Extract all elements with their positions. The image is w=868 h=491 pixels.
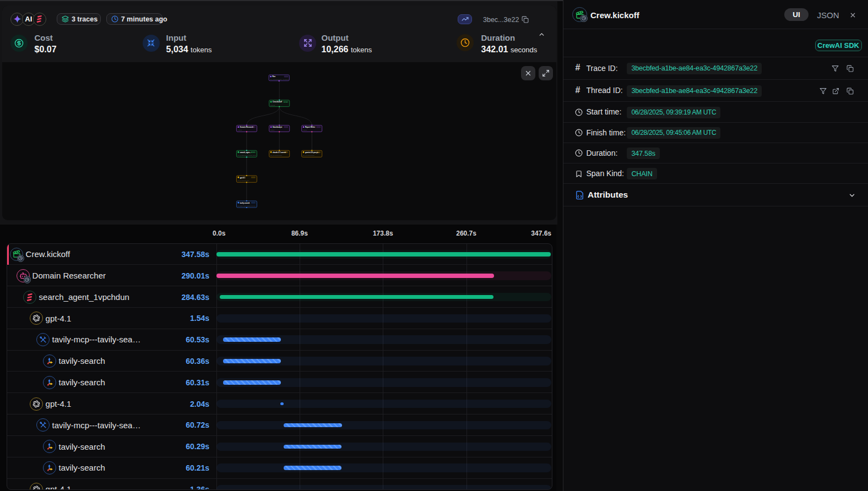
svg-text:Data Analyst: Data Analyst (273, 126, 282, 128)
svg-text:Report Writer: Report Writer (305, 126, 316, 128)
svg-text:1 agent: 1 agent (238, 129, 242, 130)
svg-text:Crew.kickoff: Crew.kickoff (273, 101, 282, 103)
svg-text:284.63s: 284.63s (251, 151, 255, 152)
svg-text:Run: Run (272, 75, 275, 78)
svg-text:search_agen...: search_agen... (240, 151, 251, 154)
svg-text:3 agents: 3 agents (270, 105, 275, 106)
svg-text:gpt-4.1: gpt-4.1 (240, 177, 246, 179)
svg-text:348.42s: 348.42s (284, 101, 287, 102)
svg-text:1 agent: 1 agent (270, 129, 275, 130)
svg-text:tavily-search: tavily-search (240, 202, 250, 204)
svg-text:1 agent: 1 agent (303, 129, 307, 130)
